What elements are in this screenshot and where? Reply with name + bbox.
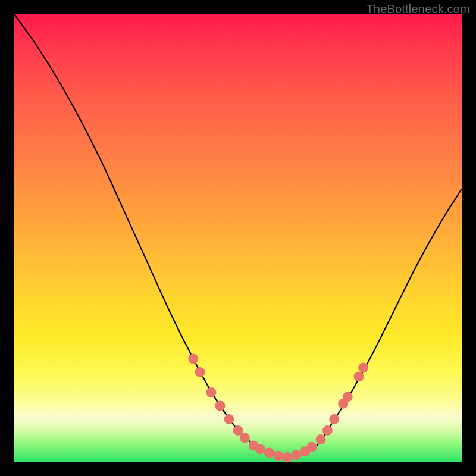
bottleneck-curve-path — [14, 14, 462, 458]
curve-dot — [316, 434, 326, 444]
curve-dot — [255, 444, 265, 454]
chart-gradient-frame — [14, 14, 462, 462]
curve-dot — [291, 450, 301, 460]
curve-dot — [264, 448, 274, 458]
curve-dot — [188, 354, 198, 364]
curve-dot — [215, 401, 225, 411]
curve-dot — [273, 451, 283, 461]
curve-dots-group — [188, 354, 368, 462]
curve-dot — [240, 433, 250, 443]
curve-dot — [354, 372, 364, 382]
curve-dot — [282, 452, 292, 462]
curve-dot — [329, 414, 339, 424]
curve-dot — [322, 425, 333, 436]
curve-dot — [358, 363, 368, 373]
curve-dot — [195, 367, 205, 377]
curve-dot — [206, 387, 216, 397]
curve-dot — [307, 442, 317, 452]
bottleneck-curve-svg — [14, 14, 462, 462]
curve-dot — [343, 392, 353, 402]
watermark-text: TheBottleneck.com — [366, 2, 470, 16]
curve-dot — [224, 414, 234, 424]
curve-dot — [233, 425, 243, 436]
